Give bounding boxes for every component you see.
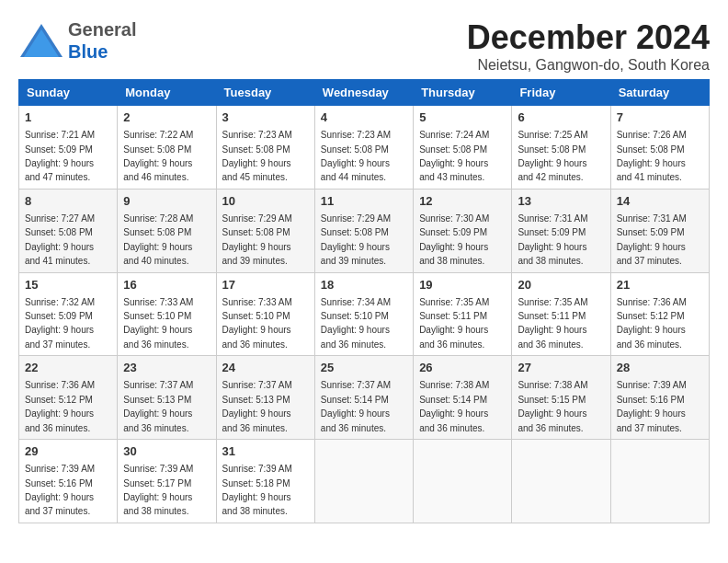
day-number: 28: [617, 360, 703, 376]
day-number: 22: [25, 360, 111, 376]
day-number: 12: [419, 193, 506, 210]
day-info: Sunrise: 7:22 AMSunset: 5:08 PMDaylight:…: [123, 130, 193, 182]
day-number: 27: [518, 360, 604, 376]
day-number: 10: [222, 193, 309, 210]
calendar-cell: 28Sunrise: 7:39 AMSunset: 5:16 PMDayligh…: [610, 356, 709, 440]
calendar-cell: 18Sunrise: 7:34 AMSunset: 5:10 PMDayligh…: [314, 272, 413, 356]
day-number: 29: [25, 443, 111, 460]
day-number: 18: [321, 277, 407, 293]
calendar-cell: 27Sunrise: 7:38 AMSunset: 5:15 PMDayligh…: [512, 356, 610, 440]
calendar-cell: 15Sunrise: 7:32 AMSunset: 5:09 PMDayligh…: [19, 272, 118, 356]
calendar-cell: [414, 440, 512, 523]
day-info: Sunrise: 7:28 AMSunset: 5:08 PMDaylight:…: [123, 213, 193, 266]
day-number: 14: [617, 193, 703, 210]
day-info: Sunrise: 7:38 AMSunset: 5:15 PMDaylight:…: [518, 380, 587, 432]
calendar-cell: 25Sunrise: 7:37 AMSunset: 5:14 PMDayligh…: [314, 356, 413, 440]
header: General Blue December 2024 Neietsu, Gang…: [18, 18, 710, 74]
calendar-cell: 16Sunrise: 7:33 AMSunset: 5:10 PMDayligh…: [118, 272, 216, 356]
calendar-cell: [610, 440, 709, 523]
day-number: 15: [25, 277, 111, 293]
week-row-2: 15Sunrise: 7:32 AMSunset: 5:09 PMDayligh…: [19, 272, 710, 356]
day-number: 3: [222, 109, 309, 126]
day-info: Sunrise: 7:24 AMSunset: 5:08 PMDaylight:…: [419, 130, 489, 182]
calendar-cell: 13Sunrise: 7:31 AMSunset: 5:09 PMDayligh…: [512, 189, 610, 272]
header-wednesday: Wednesday: [314, 80, 413, 106]
day-number: 5: [419, 109, 506, 126]
day-info: Sunrise: 7:29 AMSunset: 5:08 PMDaylight:…: [321, 213, 391, 266]
day-number: 8: [25, 193, 111, 210]
calendar-cell: 3Sunrise: 7:23 AMSunset: 5:08 PMDaylight…: [216, 106, 314, 190]
week-row-1: 8Sunrise: 7:27 AMSunset: 5:08 PMDaylight…: [19, 189, 710, 272]
day-number: 7: [617, 109, 703, 126]
day-number: 20: [518, 277, 604, 293]
day-info: Sunrise: 7:32 AMSunset: 5:09 PMDaylight:…: [25, 297, 95, 350]
day-number: 6: [518, 109, 604, 126]
day-number: 4: [321, 109, 407, 126]
day-info: Sunrise: 7:33 AMSunset: 5:10 PMDaylight:…: [123, 297, 193, 350]
day-number: 16: [123, 277, 210, 293]
calendar-cell: 2Sunrise: 7:22 AMSunset: 5:08 PMDaylight…: [118, 106, 216, 190]
calendar-cell: 21Sunrise: 7:36 AMSunset: 5:12 PMDayligh…: [610, 272, 709, 356]
day-number: 30: [123, 443, 210, 460]
day-info: Sunrise: 7:31 AMSunset: 5:09 PMDaylight:…: [518, 213, 587, 266]
day-info: Sunrise: 7:23 AMSunset: 5:08 PMDaylight:…: [222, 130, 292, 182]
calendar-body: 1Sunrise: 7:21 AMSunset: 5:09 PMDaylight…: [19, 106, 710, 523]
day-number: 19: [419, 277, 506, 293]
day-info: Sunrise: 7:35 AMSunset: 5:11 PMDaylight:…: [419, 297, 489, 350]
subtitle: Neietsu, Gangwon-do, South Korea: [467, 57, 710, 74]
header-friday: Friday: [512, 80, 610, 106]
day-number: 9: [123, 193, 210, 210]
day-info: Sunrise: 7:39 AMSunset: 5:18 PMDaylight:…: [222, 464, 292, 516]
day-info: Sunrise: 7:23 AMSunset: 5:08 PMDaylight:…: [321, 130, 391, 182]
calendar-cell: 12Sunrise: 7:30 AMSunset: 5:09 PMDayligh…: [414, 189, 512, 272]
day-number: 25: [321, 360, 407, 376]
day-info: Sunrise: 7:37 AMSunset: 5:14 PMDaylight:…: [321, 380, 391, 432]
day-info: Sunrise: 7:37 AMSunset: 5:13 PMDaylight:…: [123, 380, 193, 432]
calendar-cell: [512, 440, 610, 523]
day-number: 21: [617, 277, 703, 293]
day-number: 26: [419, 360, 506, 376]
day-number: 31: [222, 443, 309, 460]
day-number: 2: [123, 109, 210, 126]
calendar-cell: 29Sunrise: 7:39 AMSunset: 5:16 PMDayligh…: [19, 440, 118, 523]
calendar-cell: 24Sunrise: 7:37 AMSunset: 5:13 PMDayligh…: [216, 356, 314, 440]
logo-text: General Blue: [68, 18, 136, 63]
header-sunday: Sunday: [19, 80, 118, 106]
day-info: Sunrise: 7:34 AMSunset: 5:10 PMDaylight:…: [321, 297, 391, 350]
calendar-cell: 26Sunrise: 7:38 AMSunset: 5:14 PMDayligh…: [414, 356, 512, 440]
calendar-header-row: SundayMondayTuesdayWednesdayThursdayFrid…: [19, 80, 710, 106]
day-info: Sunrise: 7:37 AMSunset: 5:13 PMDaylight:…: [222, 380, 292, 432]
calendar-cell: 20Sunrise: 7:35 AMSunset: 5:11 PMDayligh…: [512, 272, 610, 356]
title-area: December 2024 Neietsu, Gangwon-do, South…: [467, 18, 710, 74]
calendar-cell: 30Sunrise: 7:39 AMSunset: 5:17 PMDayligh…: [118, 440, 216, 523]
day-info: Sunrise: 7:27 AMSunset: 5:08 PMDaylight:…: [25, 213, 95, 266]
calendar-cell: 5Sunrise: 7:24 AMSunset: 5:08 PMDaylight…: [414, 106, 512, 190]
day-number: 17: [222, 277, 309, 293]
calendar-table: SundayMondayTuesdayWednesdayThursdayFrid…: [18, 79, 710, 523]
day-info: Sunrise: 7:39 AMSunset: 5:17 PMDaylight:…: [123, 464, 193, 516]
day-info: Sunrise: 7:29 AMSunset: 5:08 PMDaylight:…: [222, 213, 292, 266]
logo-icon: [18, 22, 64, 59]
header-tuesday: Tuesday: [216, 80, 314, 106]
calendar-cell: 11Sunrise: 7:29 AMSunset: 5:08 PMDayligh…: [314, 189, 413, 272]
calendar-cell: 14Sunrise: 7:31 AMSunset: 5:09 PMDayligh…: [610, 189, 709, 272]
calendar-cell: 22Sunrise: 7:36 AMSunset: 5:12 PMDayligh…: [19, 356, 118, 440]
month-title: December 2024: [467, 18, 710, 57]
calendar-cell: 31Sunrise: 7:39 AMSunset: 5:18 PMDayligh…: [216, 440, 314, 523]
day-info: Sunrise: 7:39 AMSunset: 5:16 PMDaylight:…: [617, 380, 687, 432]
calendar-cell: [314, 440, 413, 523]
calendar-cell: 6Sunrise: 7:25 AMSunset: 5:08 PMDaylight…: [512, 106, 610, 190]
day-info: Sunrise: 7:39 AMSunset: 5:16 PMDaylight:…: [25, 464, 95, 516]
calendar-cell: 23Sunrise: 7:37 AMSunset: 5:13 PMDayligh…: [118, 356, 216, 440]
calendar-cell: 19Sunrise: 7:35 AMSunset: 5:11 PMDayligh…: [414, 272, 512, 356]
day-info: Sunrise: 7:25 AMSunset: 5:08 PMDaylight:…: [518, 130, 587, 182]
header-saturday: Saturday: [610, 80, 709, 106]
header-thursday: Thursday: [414, 80, 512, 106]
header-monday: Monday: [118, 80, 216, 106]
day-info: Sunrise: 7:36 AMSunset: 5:12 PMDaylight:…: [25, 380, 95, 432]
day-info: Sunrise: 7:36 AMSunset: 5:12 PMDaylight:…: [617, 297, 687, 350]
calendar-cell: 4Sunrise: 7:23 AMSunset: 5:08 PMDaylight…: [314, 106, 413, 190]
calendar-cell: 7Sunrise: 7:26 AMSunset: 5:08 PMDaylight…: [610, 106, 709, 190]
calendar-cell: 10Sunrise: 7:29 AMSunset: 5:08 PMDayligh…: [216, 189, 314, 272]
calendar-cell: 1Sunrise: 7:21 AMSunset: 5:09 PMDaylight…: [19, 106, 118, 190]
